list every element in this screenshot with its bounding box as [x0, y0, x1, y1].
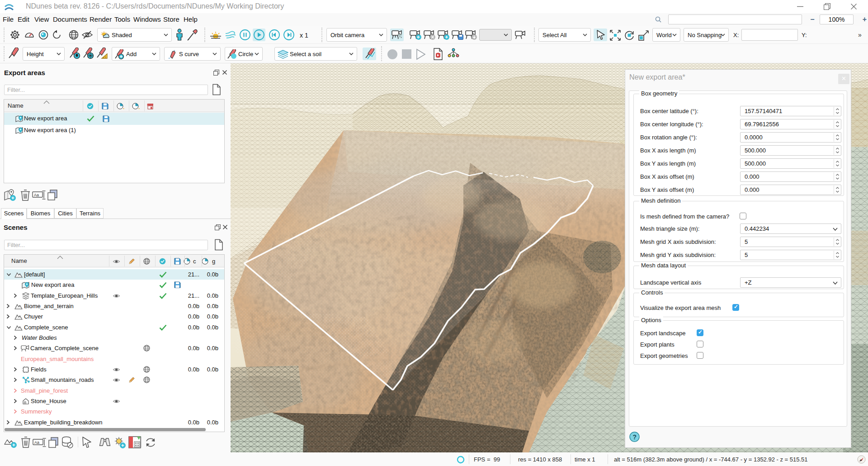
- svg-text:?: ?: [633, 433, 637, 441]
- svg-text:Aa: Aa: [34, 440, 39, 445]
- svg-text:Aa: Aa: [34, 193, 39, 197]
